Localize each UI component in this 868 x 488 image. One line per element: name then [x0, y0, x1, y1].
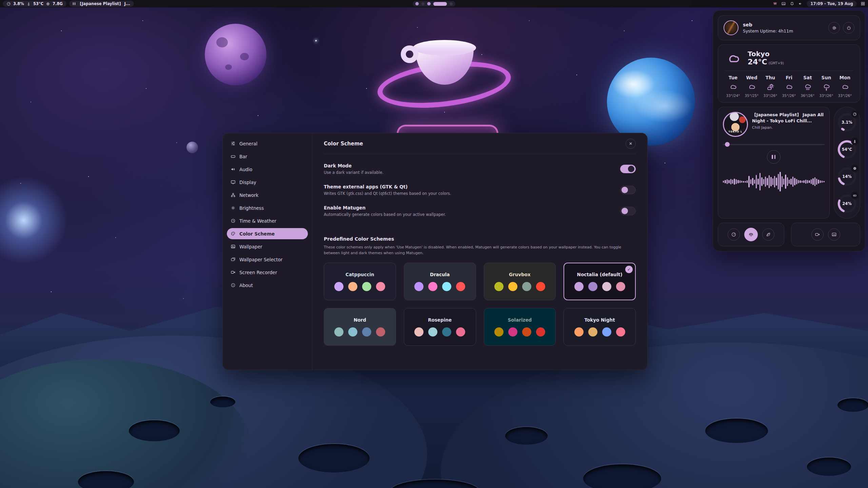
forecast-day: Tue 33°/24°	[725, 75, 741, 98]
performance-profile-button[interactable]	[728, 228, 740, 241]
sidebar-item-general[interactable]: General	[227, 138, 308, 149]
sidebar-item-audio[interactable]: Audio	[227, 164, 308, 175]
cloud-icon	[748, 83, 756, 91]
color-swatch	[616, 327, 625, 337]
forecast-row: Tue 33°/24° Wed 35°/25° Thu 33°/26° Fri …	[725, 75, 853, 98]
scheme-card-catppuccin[interactable]: Catppuccin	[324, 263, 396, 300]
matugen-toggle[interactable]	[620, 207, 636, 215]
crater	[298, 444, 370, 472]
sidebar-item-wallpaper[interactable]: Wallpaper	[227, 241, 308, 252]
volume-icon[interactable]	[798, 1, 803, 6]
sidebar-item-about[interactable]: About	[227, 280, 308, 291]
power-button[interactable]	[843, 22, 854, 34]
balanced-profile-button[interactable]	[744, 228, 758, 241]
cpu-temp: 53°C	[33, 1, 43, 6]
color-swatch	[602, 327, 611, 337]
color-swatch	[376, 327, 385, 337]
crater	[807, 458, 851, 476]
swatches	[574, 327, 625, 337]
forecast-day: Thu 33°/26°	[762, 75, 778, 98]
scheme-card-rosepine[interactable]: Rosepine	[404, 308, 476, 346]
close-button[interactable]: ✕	[626, 139, 636, 149]
system-stats-pill[interactable]: 3.8% 53°C 7.8G	[3, 1, 66, 7]
track-title: 【Japanese Playlist】 Japan All Night - To…	[752, 112, 825, 124]
pause-button[interactable]	[767, 150, 781, 164]
scheme-card-dracula[interactable]: Dracula	[404, 263, 476, 300]
album-art-label: TOKYO L	[724, 130, 747, 133]
monitor-icon	[231, 180, 236, 185]
bar-icon	[231, 154, 236, 159]
theme-external-toggle[interactable]	[620, 186, 636, 194]
media-pill[interactable]: 【Japanese Playlist】 J...	[69, 1, 134, 7]
wallpaper-button[interactable]	[828, 228, 840, 241]
sidebar-item-time-weather[interactable]: Time & Weather	[227, 215, 308, 226]
workspace-occupied[interactable]	[427, 2, 431, 5]
selected-check-badge: ✓	[625, 266, 633, 273]
sidebar-item-brightness[interactable]: Brightness	[227, 202, 308, 214]
workspace-focused[interactable]	[433, 2, 447, 6]
scheme-card-noctalia[interactable]: ✓ Noctalia (default)	[564, 263, 636, 300]
sidebar-item-network[interactable]: Network	[227, 189, 308, 201]
clock-pill[interactable]: 17:09 - Tue, 19 Aug	[807, 1, 857, 7]
color-swatch	[602, 282, 611, 291]
system-uptime: System Uptime: 4h11m	[743, 28, 793, 34]
settings-content: Color Scheme ✕ Dark Mode Use a dark vari…	[312, 133, 647, 370]
setting-label: Dark Mode	[324, 163, 383, 168]
workspace-empty[interactable]	[421, 2, 425, 5]
screen-record-button[interactable]	[811, 228, 824, 241]
settings-button[interactable]	[828, 22, 840, 34]
section-description: These color schemes only apply when 'Use…	[324, 244, 636, 256]
swatches	[414, 327, 465, 337]
temp-gauge: 54°C	[836, 138, 857, 160]
image-icon	[831, 232, 837, 237]
sidebar-label: Brightness	[239, 205, 264, 211]
sidebar-item-display[interactable]: Display	[227, 177, 308, 188]
sidebar-item-wallpaper-selector[interactable]: Wallpaper Selector	[227, 254, 308, 265]
app-launcher-icon[interactable]	[861, 1, 865, 6]
sidebar-item-bar[interactable]: Bar	[227, 151, 308, 162]
dark-mode-toggle[interactable]	[620, 165, 636, 173]
scheme-card-solarized[interactable]: Solarized	[484, 308, 556, 346]
workspace-occupied[interactable]	[415, 2, 419, 5]
scheme-name: Catppuccin	[346, 272, 374, 277]
swatches	[494, 282, 545, 291]
seek-slider[interactable]	[723, 142, 825, 147]
weather-timezone: (GMT+9)	[769, 61, 784, 65]
scheme-card-nord[interactable]: Nord	[324, 308, 396, 346]
blue-glow	[0, 176, 68, 264]
cloud-icon	[729, 83, 737, 91]
workspace-empty[interactable]	[450, 2, 453, 5]
color-swatch	[508, 282, 517, 291]
scheme-card-gruvbox[interactable]: Gruvbox	[484, 263, 556, 300]
eco-profile-button[interactable]	[762, 228, 774, 241]
bell-icon[interactable]	[790, 1, 794, 6]
network-icon	[231, 192, 236, 198]
sidebar-label: Screen Recorder	[239, 270, 277, 275]
seek-knob[interactable]	[725, 142, 730, 147]
tray-wallpaper-icon[interactable]	[781, 1, 786, 6]
scheme-name: Rosepine	[428, 317, 452, 323]
sidebar-item-color-scheme[interactable]: Color Scheme	[227, 228, 308, 239]
audio-waveform	[723, 167, 825, 196]
gauge-value: 3.1%	[836, 120, 857, 125]
color-swatch	[522, 327, 531, 337]
swatches	[494, 327, 545, 337]
day-temps: 33°/26°	[820, 94, 833, 98]
crater	[705, 419, 768, 443]
day-temps: 33°/24°	[726, 94, 740, 98]
color-swatch	[456, 282, 465, 291]
color-swatch	[334, 282, 343, 291]
scheme-card-tokyo-night[interactable]: Tokyo Night	[564, 308, 636, 346]
sidebar-label: Color Scheme	[239, 231, 275, 237]
color-swatch	[414, 282, 423, 291]
section-title: Predefined Color Schemes	[324, 236, 636, 242]
sidebar-item-screen-recorder[interactable]: Screen Recorder	[227, 267, 308, 278]
tray-app-icon[interactable]	[773, 1, 777, 6]
cloud-icon	[841, 83, 849, 91]
day-label: Tue	[729, 75, 738, 80]
swatches	[334, 327, 385, 337]
images-icon	[231, 257, 236, 262]
day-temps: 35°/25°	[745, 94, 759, 98]
setting-row-dark-mode: Dark Mode Use a dark variant if availabl…	[324, 163, 636, 175]
videocam-icon	[815, 232, 820, 237]
